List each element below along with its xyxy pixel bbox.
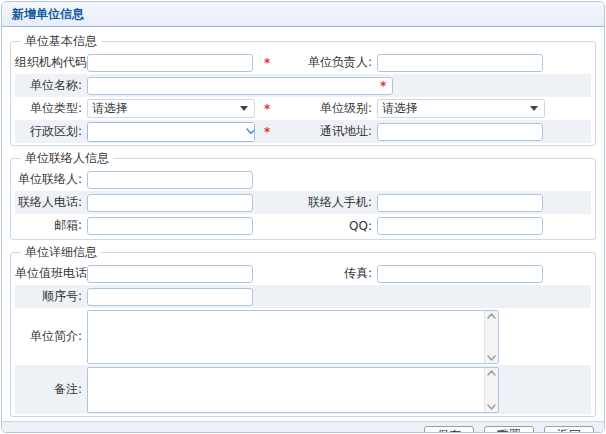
caret-down-icon <box>530 106 538 111</box>
row-unit-name: 单位名称: * <box>15 74 591 97</box>
chevron-down-icon[interactable] <box>246 123 255 141</box>
intro-scrollbar[interactable] <box>484 311 498 363</box>
region-combobox[interactable] <box>87 122 255 142</box>
remark-textarea-field[interactable] <box>88 368 484 412</box>
org-code-input[interactable] <box>87 54 253 72</box>
contact-phone-label: 联络人电话: <box>15 194 87 211</box>
intro-textarea-field[interactable] <box>88 311 484 363</box>
region-label: 行政区划: <box>15 123 87 140</box>
scroll-up-icon <box>487 313 496 319</box>
unit-type-value: 请选择 <box>92 100 240 117</box>
duty-phone-label: 单位值班电话: <box>15 265 87 282</box>
row-contact-phone: 联络人电话: 联络人手机: <box>15 191 591 214</box>
org-code-label: 组织机构代码: <box>15 54 87 71</box>
region-input[interactable] <box>88 123 246 141</box>
unit-level-label: 单位级别: <box>275 100 377 117</box>
row-intro: 单位简介: <box>15 308 591 365</box>
dialog-title: 新增单位信息 <box>12 6 84 23</box>
section-contact-legend: 单位联络人信息 <box>21 150 113 167</box>
qq-input[interactable] <box>377 217 543 235</box>
unit-level-select[interactable]: 请选择 <box>377 99 545 118</box>
leader-label: 单位负责人: <box>275 54 377 71</box>
address-label: 通讯地址: <box>275 123 377 140</box>
section-detail-legend: 单位详细信息 <box>21 244 101 261</box>
save-button[interactable]: 保存 <box>424 426 474 434</box>
qq-label: QQ: <box>275 219 377 233</box>
section-basic-legend: 单位基本信息 <box>21 33 101 50</box>
contact-mobile-label: 联络人手机: <box>275 194 377 211</box>
unit-name-label: 单位名称: <box>15 77 87 94</box>
sequence-input[interactable] <box>87 288 253 306</box>
scroll-down-icon <box>487 404 496 410</box>
row-duty-phone: 单位值班电话: 传真: <box>15 262 591 285</box>
remark-textarea[interactable] <box>87 367 499 413</box>
fax-input[interactable] <box>377 265 543 283</box>
back-button[interactable]: 返回 <box>544 426 594 434</box>
required-mark: * <box>261 56 275 70</box>
unit-name-input[interactable] <box>87 77 393 95</box>
intro-label: 单位简介: <box>15 328 87 345</box>
form-content: 单位基本信息 组织机构代码: * 单位负责人: 单位名称: * 单位类型: <box>2 27 604 419</box>
email-input[interactable] <box>87 217 253 235</box>
contact-person-input[interactable] <box>87 171 253 189</box>
duty-phone-input[interactable] <box>87 265 253 283</box>
intro-textarea[interactable] <box>87 310 499 364</box>
caret-down-icon <box>240 106 248 111</box>
scroll-up-icon <box>487 370 496 376</box>
row-email: 邮箱: QQ: <box>15 214 591 237</box>
footer-toolbar: 保存 重置 返回 <box>2 421 604 433</box>
unit-type-select[interactable]: 请选择 <box>87 99 255 118</box>
reset-button[interactable]: 重置 <box>484 426 534 434</box>
email-label: 邮箱: <box>15 217 87 234</box>
contact-phone-input[interactable] <box>87 194 253 212</box>
address-input[interactable] <box>377 123 543 141</box>
contact-mobile-input[interactable] <box>377 194 543 212</box>
add-unit-dialog: 新增单位信息 单位基本信息 组织机构代码: * 单位负责人: 单位名称: * 单… <box>1 1 605 433</box>
row-org-code: 组织机构代码: * 单位负责人: <box>15 51 591 74</box>
remark-scrollbar[interactable] <box>484 368 498 412</box>
unit-level-value: 请选择 <box>382 100 530 117</box>
row-unit-type: 单位类型: 请选择 * 单位级别: 请选择 <box>15 97 591 120</box>
row-sequence: 顺序号: <box>15 285 591 308</box>
scroll-down-icon <box>487 355 496 361</box>
fax-label: 传真: <box>275 265 377 282</box>
contact-person-label: 单位联络人: <box>15 171 87 188</box>
leader-input[interactable] <box>377 54 543 72</box>
dialog-header: 新增单位信息 <box>2 2 604 27</box>
required-mark: * <box>261 125 275 139</box>
row-contact-person: 单位联络人: <box>15 168 591 191</box>
section-basic: 单位基本信息 组织机构代码: * 单位负责人: 单位名称: * 单位类型: <box>10 33 596 146</box>
section-contact: 单位联络人信息 单位联络人: 联络人电话: 联络人手机: 邮箱: QQ: <box>10 150 596 240</box>
required-mark: * <box>377 79 551 93</box>
sequence-label: 顺序号: <box>15 288 87 305</box>
row-region: 行政区划: * 通讯地址: <box>15 120 591 143</box>
required-mark: * <box>261 102 275 116</box>
unit-type-label: 单位类型: <box>15 100 87 117</box>
row-remark: 备注: <box>15 365 591 414</box>
section-detail: 单位详细信息 单位值班电话: 传真: 顺序号: 单位简介: <box>10 244 596 417</box>
remark-label: 备注: <box>15 381 87 398</box>
